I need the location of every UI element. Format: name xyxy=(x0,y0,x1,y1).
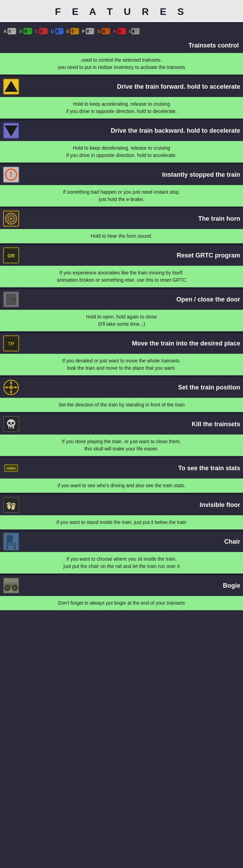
feet-svg-icon xyxy=(3,497,19,513)
key-d-icon xyxy=(55,27,64,35)
forward-icon xyxy=(3,78,19,95)
key-h-icon xyxy=(117,27,127,35)
horn-desc-text: Hold to hear the horn sound. xyxy=(91,233,152,239)
horn-icon xyxy=(3,210,19,227)
bogie-svg-icon xyxy=(3,578,19,594)
svg-point-68 xyxy=(12,422,14,424)
key-a-pair: A xyxy=(3,27,17,35)
tp-icon: TP xyxy=(3,335,19,352)
forward-title: Drive the train forward. hold to acceler… xyxy=(23,83,240,90)
backward-icon xyxy=(3,122,19,139)
chair-title: Chair xyxy=(23,538,240,545)
door-title: Open / close the door xyxy=(23,296,240,303)
svg-point-1 xyxy=(8,29,11,33)
svg-point-9 xyxy=(40,29,43,33)
position-svg-icon xyxy=(3,379,19,395)
key-b-pair: B xyxy=(19,27,32,35)
backward-header: Drive the train backward. hold to decele… xyxy=(0,120,243,141)
forward-block: Drive the train forward. hold to acceler… xyxy=(0,76,243,119)
key-g-pair: G xyxy=(97,27,111,35)
tp-title: Move the train into the desired place xyxy=(23,340,240,347)
ebrake-svg-icon: ! xyxy=(3,167,19,183)
svg-rect-86 xyxy=(7,546,8,549)
bogie-icon xyxy=(3,577,19,594)
floor-title: Invisible floor xyxy=(23,501,240,509)
ebrake-header: ! Instantly stopped the train xyxy=(0,164,243,185)
forward-desc: Hold to keep accelerating. release to cr… xyxy=(0,97,243,119)
svg-point-21 xyxy=(86,29,89,33)
svg-rect-65 xyxy=(9,427,10,429)
door-svg-icon xyxy=(3,291,19,307)
kill-title: Kill the trainsets xyxy=(23,421,240,428)
ebrake-desc: If something bad happen or you just need… xyxy=(0,185,243,207)
svg-rect-87 xyxy=(14,546,16,549)
backward-desc-text: Hold to keep decelerating. release to cr… xyxy=(66,145,177,158)
chair-block: Chair If you want to choose where you si… xyxy=(0,531,243,573)
tp-desc: If you derailed or just want to move the… xyxy=(0,354,243,375)
stats-header: stats To see the train stats xyxy=(0,458,243,479)
arrow-up-icon xyxy=(3,79,19,95)
trainsets-desc: used to control the selected trainsets.y… xyxy=(0,53,243,74)
trainsets-header: Trainsets control xyxy=(0,38,243,53)
floor-desc: if you want to stand inside the train. j… xyxy=(0,515,243,529)
svg-rect-23 xyxy=(90,30,93,31)
key-i-letter: I xyxy=(129,29,131,34)
stats-icon: stats xyxy=(3,460,19,476)
floor-icon xyxy=(3,497,19,513)
grtc-block: GR Reset GRTC program If you experience … xyxy=(0,245,243,287)
svg-point-13 xyxy=(56,29,59,33)
key-d-letter: D xyxy=(51,29,54,34)
chair-icon xyxy=(3,533,19,550)
chair-header: Chair xyxy=(0,531,243,552)
key-c-icon xyxy=(39,27,48,35)
stats-desc: if you want to see who's driving and als… xyxy=(0,479,243,493)
key-i-icon xyxy=(131,27,140,35)
kill-block: Kill the trainsets If you done playing t… xyxy=(0,414,243,456)
key-b-letter: B xyxy=(19,29,22,34)
horn-svg-icon xyxy=(3,211,19,227)
kill-header: Kill the trainsets xyxy=(0,414,243,435)
grtc-desc: If you experience anomalies like the tra… xyxy=(0,266,243,287)
door-icon xyxy=(3,291,19,308)
skull-svg-icon xyxy=(3,416,19,432)
bogie-block: Bogie Don't forget to always put bogie a… xyxy=(0,575,243,610)
stats-title: To see the train stats xyxy=(23,465,240,472)
horn-block: The train horn Hold to hear the horn sou… xyxy=(0,208,243,243)
ebrake-icon: ! xyxy=(3,166,19,183)
svg-rect-3 xyxy=(12,30,15,31)
tp-desc-text: If you derailed or just want to move the… xyxy=(62,358,181,371)
svg-point-67 xyxy=(8,422,11,424)
horn-desc: Hold to hear the horn sound. xyxy=(0,229,243,243)
floor-header: Invisible floor xyxy=(0,494,243,515)
tp-svg-icon: TP xyxy=(3,335,19,351)
ebrake-block: ! Instantly stopped the train If somethi… xyxy=(0,164,243,207)
key-a-icon xyxy=(7,27,17,35)
key-g-letter: G xyxy=(97,29,101,34)
svg-text:GR: GR xyxy=(8,253,15,258)
grtc-header: GR Reset GRTC program xyxy=(0,245,243,266)
key-d-pair: D xyxy=(51,27,64,35)
svg-rect-19 xyxy=(75,30,77,31)
position-desc: Set the direction of the train by standi… xyxy=(0,398,243,412)
key-b-icon xyxy=(23,27,33,35)
key-g-icon xyxy=(101,27,111,35)
door-header: Open / close the door xyxy=(0,289,243,310)
svg-point-78 xyxy=(11,504,12,505)
svg-point-82 xyxy=(15,504,16,505)
backward-block: Drive the train backward. hold to decele… xyxy=(0,120,243,163)
stats-desc-text: if you want to see who's driving and als… xyxy=(58,483,185,488)
keys-row: A B C xyxy=(3,27,142,35)
grtc-svg-icon: GR xyxy=(3,247,19,263)
chair-desc: If you want to choose where you sit insi… xyxy=(0,552,243,573)
key-f-pair: F xyxy=(82,27,95,35)
door-desc: Hold to open, hold again to close(it'll … xyxy=(0,310,243,331)
chair-svg-icon xyxy=(3,533,19,551)
svg-rect-31 xyxy=(122,30,125,31)
ebrake-title: Instantly stopped the train xyxy=(23,171,240,178)
horn-title: The train horn xyxy=(23,215,240,222)
position-title: Set the train position xyxy=(23,384,240,391)
grtc-desc-text: If you experience anomalies like the tra… xyxy=(57,270,186,283)
svg-point-33 xyxy=(132,29,135,33)
stats-badge: stats xyxy=(4,464,18,472)
svg-rect-35 xyxy=(135,30,138,31)
